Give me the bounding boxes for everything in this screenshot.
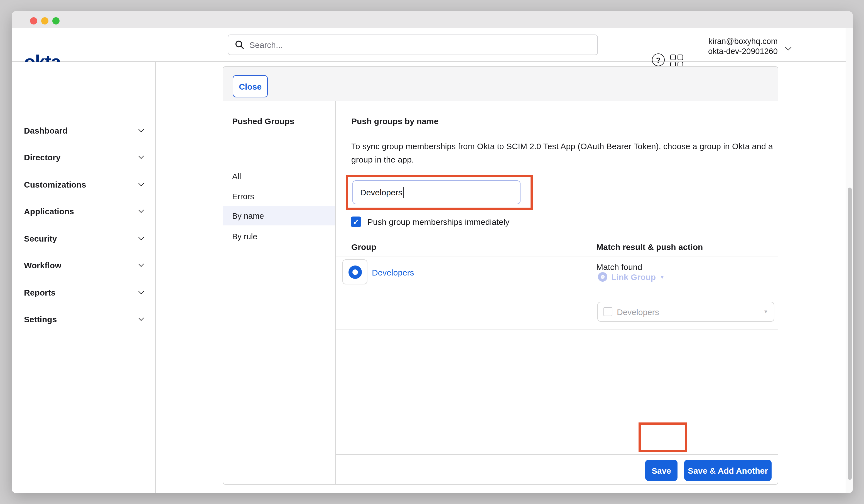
push-by-name-form: Push groups by name To sync group member…: [336, 101, 778, 484]
account-menu[interactable]: kiran@boxyhq.com okta-dev-20901260: [708, 36, 778, 56]
grid-square: [670, 55, 676, 60]
sidebar-item-applications[interactable]: Applications: [12, 203, 155, 219]
panel-toolbar: Close: [223, 67, 778, 101]
chevron-down-icon: [138, 180, 144, 186]
help-icon[interactable]: ?: [652, 53, 665, 66]
subnav-title: Pushed Groups: [232, 116, 294, 126]
screen: okta ? kiran@boxyhq.com okta-dev-2090126…: [0, 0, 864, 504]
linked-group-dropdown[interactable]: Developers ▼: [597, 302, 775, 322]
close-button[interactable]: Close: [233, 75, 268, 97]
push-immediately-label: Push group memberships immediately: [368, 217, 509, 227]
sidebar: Dashboard Directory Customizations Appli…: [12, 62, 156, 493]
page-title: Push groups by name: [351, 116, 439, 126]
table-header: Group Match result & push action: [336, 240, 778, 257]
chevron-down-icon: [138, 153, 144, 159]
text-cursor: [403, 187, 404, 198]
group-placeholder-icon: [603, 307, 612, 316]
table-row: Developers Match found Link Group: [336, 258, 778, 329]
group-ring-icon: [348, 265, 362, 279]
pushed-groups-subnav: Pushed Groups All Errors By name By rule: [223, 101, 336, 484]
chevron-down-icon: [138, 288, 144, 294]
subnav-item-all[interactable]: All: [223, 166, 335, 186]
push-immediately-row: ✓ Push group memberships immediately: [351, 217, 509, 227]
save-button[interactable]: Save: [645, 460, 677, 481]
chevron-down-icon: [138, 207, 144, 213]
scrollbar-track[interactable]: [845, 28, 853, 493]
chevron-down-icon: [138, 127, 144, 132]
account-org: okta-dev-20901260: [708, 46, 778, 56]
sidebar-item-reports[interactable]: Reports: [12, 284, 155, 301]
group-link[interactable]: Developers: [372, 268, 414, 277]
link-group-button[interactable]: Link Group ▼: [598, 272, 665, 281]
subnav-item-errors[interactable]: Errors: [223, 187, 335, 206]
sidebar-item-directory[interactable]: Directory: [12, 148, 155, 165]
chevron-down-icon: [138, 261, 144, 267]
column-match-result: Match result & push action: [596, 242, 703, 252]
column-group: Group: [351, 242, 376, 252]
form-footer: Save Save & Add Another: [336, 454, 778, 484]
sidebar-item-security[interactable]: Security: [12, 230, 155, 247]
sidebar-item-dashboard[interactable]: Dashboard: [12, 122, 155, 139]
window-titlebar: [12, 11, 853, 28]
save-add-another-button[interactable]: Save & Add Another: [684, 460, 771, 481]
close-window-icon[interactable]: [30, 17, 37, 24]
browser-window: okta ? kiran@boxyhq.com okta-dev-2090126…: [12, 11, 853, 493]
global-search[interactable]: [228, 35, 598, 55]
group-avatar: [343, 260, 368, 285]
link-group-caret-icon: ▼: [660, 274, 665, 280]
sidebar-item-customizations[interactable]: Customizations: [12, 176, 155, 193]
subnav-item-by-rule[interactable]: By rule: [223, 227, 335, 246]
linked-group-value: Developers: [617, 307, 763, 316]
grid-square: [677, 55, 683, 60]
group-name-input[interactable]: Developers: [352, 180, 520, 204]
account-chevron-down-icon[interactable]: [786, 42, 791, 52]
search-input[interactable]: [249, 40, 591, 49]
subnav-item-by-name[interactable]: By name: [223, 206, 335, 225]
description-text: To sync group memberships from Okta to S…: [351, 140, 776, 166]
app-header: okta ? kiran@boxyhq.com okta-dev-2090126…: [12, 28, 853, 62]
sidebar-item-workflow[interactable]: Workflow: [12, 256, 155, 273]
push-groups-panel: Close Pushed Groups All Errors By name B…: [223, 66, 778, 485]
maximize-window-icon[interactable]: [52, 17, 60, 24]
push-immediately-checkbox[interactable]: ✓: [351, 217, 361, 227]
search-icon: [235, 40, 244, 49]
dropdown-caret-icon: ▼: [763, 309, 768, 314]
sidebar-item-settings[interactable]: Settings: [12, 311, 155, 327]
chevron-down-icon: [138, 315, 144, 321]
apps-grid-icon[interactable]: [670, 55, 684, 68]
scrollbar-thumb[interactable]: [848, 188, 851, 480]
annotation-box-save: [638, 422, 687, 452]
link-icon: [598, 272, 607, 281]
account-email: kiran@boxyhq.com: [708, 36, 778, 46]
match-status: Match found: [596, 262, 642, 272]
minimize-window-icon[interactable]: [41, 17, 48, 24]
chevron-down-icon: [138, 234, 144, 240]
